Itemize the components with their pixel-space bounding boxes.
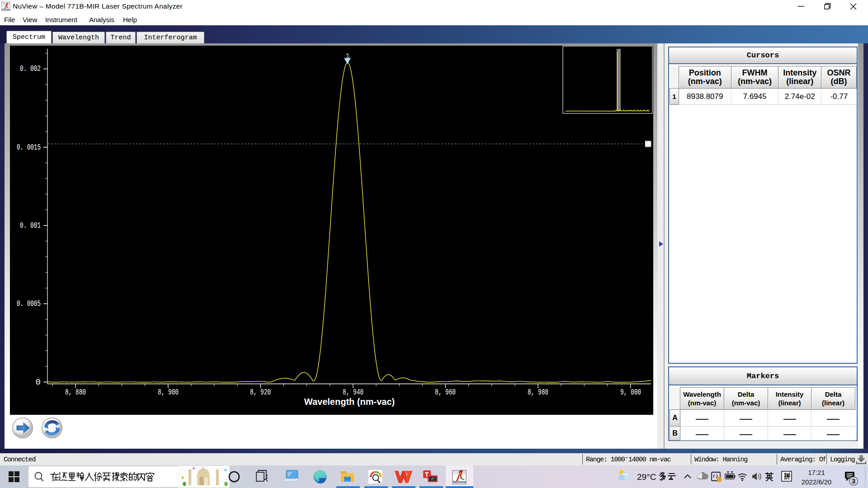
svg-text:2022/6/20: 2022/6/20 xyxy=(802,478,832,486)
svg-text:0. 0015: 0. 0015 xyxy=(17,142,41,152)
svg-text:29°C: 29°C xyxy=(637,472,656,482)
svg-text:0: 0 xyxy=(36,377,41,387)
svg-text:9, 000: 9, 000 xyxy=(620,387,641,397)
svg-text:0. 002: 0. 002 xyxy=(20,64,41,74)
svg-text:3: 3 xyxy=(852,477,855,485)
svg-text:17:21: 17:21 xyxy=(808,469,825,476)
svg-text:8, 900: 8, 900 xyxy=(158,387,179,397)
svg-text:8, 960: 8, 960 xyxy=(435,387,456,397)
svg-text:Wavelength (nm-vac): Wavelength (nm-vac) xyxy=(304,397,395,407)
svg-text:1: 1 xyxy=(346,52,350,60)
svg-text:8, 940: 8, 940 xyxy=(343,387,363,397)
svg-text:NuView: NuView xyxy=(2,8,10,11)
svg-text:8, 920: 8, 920 xyxy=(250,387,271,397)
svg-text:NuView: NuView xyxy=(453,480,467,484)
svg-text:8, 880: 8, 880 xyxy=(65,387,86,397)
svg-text:0. 0005: 0. 0005 xyxy=(17,299,41,309)
svg-text:8, 980: 8, 980 xyxy=(528,387,548,397)
svg-text:0. 001: 0. 001 xyxy=(20,221,41,230)
